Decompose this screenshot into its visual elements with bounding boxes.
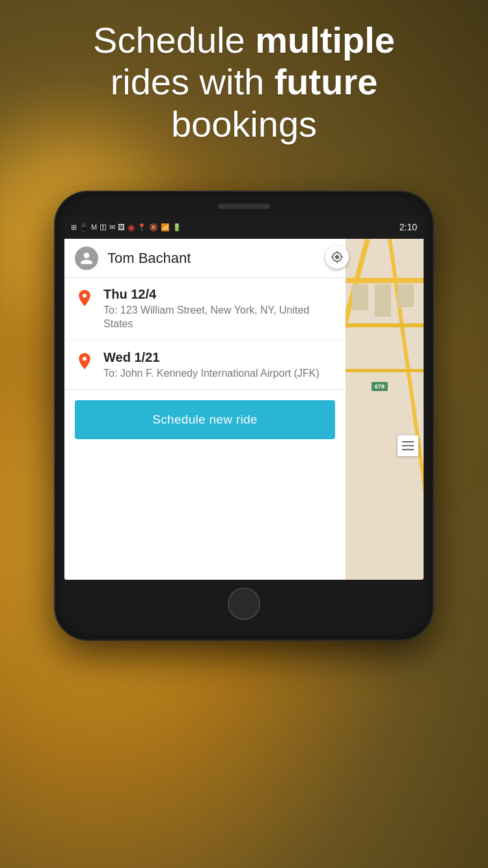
svg-rect-0 [402, 441, 414, 442]
status-icon-wifi: 📶 [161, 223, 170, 232]
header-bold-future: future [275, 61, 378, 102]
status-icons-left: ⊞ 📱 M ⚿ ✉ 🖼 ◉ 📍 🔕 📶 🔋 [71, 223, 182, 232]
header-line1: Schedule [93, 20, 255, 61]
user-name: Tom Bachant [107, 250, 191, 267]
status-icon-3: M [91, 223, 97, 231]
map-road-horizontal-1 [346, 278, 424, 283]
ride-dest-1: To: 123 William Street, New York, NY, Un… [103, 304, 335, 331]
header-line2: rides with [111, 61, 275, 102]
user-avatar [75, 247, 98, 270]
home-button[interactable] [228, 588, 260, 620]
phone-device: ⊞ 📱 M ⚿ ✉ 🖼 ◉ 📍 🔕 📶 🔋 2:10 [55, 192, 433, 640]
header-bold-multiple: multiple [255, 20, 395, 61]
ride-info-2: Wed 1/21 To: John F. Kennedy Internation… [103, 350, 335, 381]
svg-rect-1 [402, 445, 414, 446]
map-block-3 [398, 284, 414, 307]
pin-icon-2 [75, 351, 94, 371]
map-road-horizontal-2 [346, 323, 424, 327]
phone-shell: ⊞ 📱 M ⚿ ✉ 🖼 ◉ 📍 🔕 📶 🔋 2:10 [55, 192, 433, 640]
phone-speaker [218, 204, 270, 209]
ride-dest-2: To: John F. Kennedy International Airpor… [103, 367, 335, 381]
map-road-badge: 678 [372, 382, 388, 391]
phone-bottom-bar [64, 580, 424, 620]
app-header: Tom Bachant ⋮ [64, 239, 346, 278]
app-content: Tom Bachant ⋮ Thu 12/4 To: 123 Wi [64, 239, 346, 580]
ride-date-2: Wed 1/21 [103, 350, 335, 365]
status-icon-1: ⊞ [71, 223, 77, 232]
map-block-1 [352, 284, 368, 310]
map-panel: 678 [346, 239, 424, 580]
map-location-button[interactable] [325, 245, 349, 269]
ride-date-1: Thu 12/4 [103, 287, 335, 302]
status-icon-4: ⚿ [100, 223, 107, 231]
status-icon-battery: 🔋 [172, 223, 182, 232]
phone-screen: Tom Bachant ⋮ Thu 12/4 To: 123 Wi [64, 239, 424, 580]
status-icon-6: 🖼 [118, 223, 125, 231]
status-icon-location: 📍 [137, 223, 146, 232]
map-menu-icon[interactable] [398, 435, 418, 456]
map-block-2 [375, 284, 391, 317]
ride-info-1: Thu 12/4 To: 123 William Street, New Yor… [103, 287, 335, 331]
ride-list: Thu 12/4 To: 123 William Street, New Yor… [64, 278, 346, 390]
ride-item-1[interactable]: Thu 12/4 To: 123 William Street, New Yor… [64, 278, 346, 341]
pin-icon-1 [75, 288, 94, 308]
ride-item-2[interactable]: Wed 1/21 To: John F. Kennedy Internation… [64, 341, 346, 390]
status-icon-5: ✉ [109, 223, 115, 232]
promo-header: Schedule multiple rides with future book… [0, 20, 488, 145]
header-line3: bookings [171, 103, 317, 144]
status-time: 2:10 [400, 222, 417, 232]
status-icon-chrome: ◉ [128, 223, 135, 232]
status-bar: ⊞ 📱 M ⚿ ✉ 🖼 ◉ 📍 🔕 📶 🔋 2:10 [64, 215, 424, 239]
map-road-horizontal-3 [346, 369, 424, 372]
svg-rect-2 [402, 449, 414, 450]
status-icon-sound: 🔕 [149, 223, 158, 232]
schedule-new-ride-button[interactable]: Schedule new ride [75, 400, 335, 439]
empty-space [64, 450, 346, 580]
status-icons-right: 2:10 [400, 222, 417, 232]
schedule-btn-wrapper: Schedule new ride [64, 390, 346, 450]
status-icon-2: 📱 [79, 223, 88, 232]
